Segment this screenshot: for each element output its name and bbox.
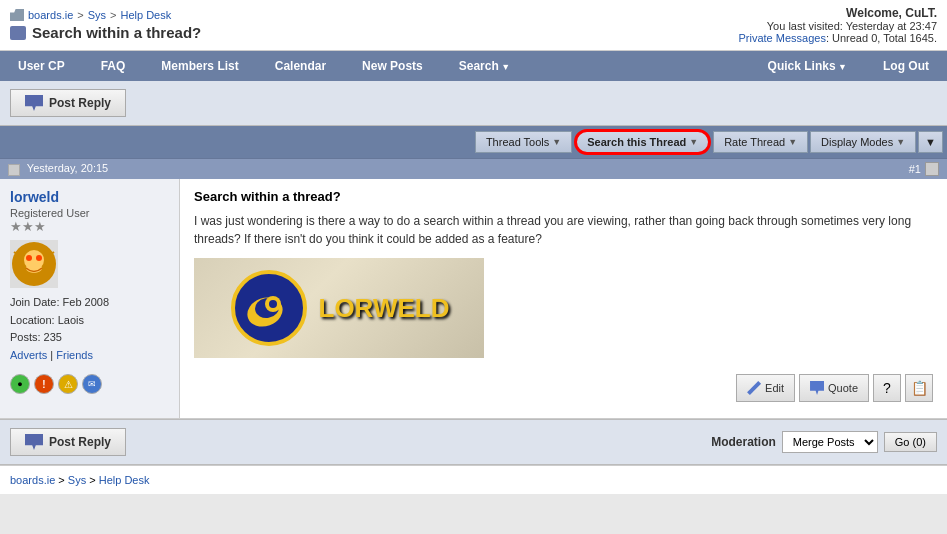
post-subject: Search within a thread?	[194, 189, 933, 204]
nav-user-cp[interactable]: User CP	[0, 51, 83, 81]
user-title: Registered User	[10, 207, 169, 219]
nav-calendar[interactable]: Calendar	[257, 51, 344, 81]
links-sep: |	[50, 349, 53, 361]
rate-thread-label: Rate Thread	[724, 136, 785, 148]
welcome-block: Welcome, CuLT. You last visited: Yesterd…	[738, 6, 937, 44]
online-icon[interactable]: ●	[10, 374, 30, 394]
footer-sys[interactable]: Sys	[68, 474, 86, 486]
post-reply-button-top[interactable]: Post Reply	[10, 89, 126, 117]
thread-toolbar: Thread Tools Search this Thread Rate Thr…	[0, 126, 947, 158]
join-date: Join Date: Feb 2008	[10, 294, 169, 312]
nav-new-posts[interactable]: New Posts	[344, 51, 441, 81]
thread-tools-button[interactable]: Thread Tools	[475, 131, 572, 153]
post-link-icon[interactable]	[925, 162, 939, 176]
user-info: Join Date: Feb 2008 Location: Laois Post…	[10, 294, 169, 364]
post-date: Yesterday, 20:15	[8, 162, 108, 175]
svg-point-13	[269, 300, 277, 308]
user-panel: lorweld Registered User ★★★ Join Date: F…	[0, 179, 180, 418]
moderation-label: Moderation	[711, 435, 776, 449]
breadcrumb-sys[interactable]: Sys	[88, 9, 106, 21]
username-link[interactable]: lorweld	[10, 189, 169, 205]
nav-search[interactable]: Search	[441, 51, 528, 81]
lorweld-logo: LORWELD	[194, 258, 484, 358]
expand-button[interactable]: ▼	[918, 131, 943, 153]
quote-icon	[810, 381, 824, 395]
avatar-image	[10, 240, 58, 288]
post-number: #1	[909, 162, 939, 176]
calendar-icon	[8, 164, 20, 176]
bottom-bar: Post Reply Moderation Merge Posts Go (0)	[0, 419, 947, 465]
breadcrumb: boards.ie > Sys > Help Desk Search withi…	[10, 9, 201, 41]
private-messages-link[interactable]: Private Messages	[738, 32, 825, 44]
nav-bar: User CP FAQ Members List Calendar New Po…	[0, 51, 947, 81]
display-modes-button[interactable]: Display Modes	[810, 131, 916, 153]
action-extra-2[interactable]: 📋	[905, 374, 933, 402]
pm-count: : Unread 0, Total 1645.	[826, 32, 937, 44]
post-date-bar: Yesterday, 20:15 #1	[0, 158, 947, 179]
footer-site[interactable]: boards.ie	[10, 474, 55, 486]
footer-sep2: >	[89, 474, 95, 486]
folder-icon	[10, 9, 24, 21]
pm-info: Private Messages: Unread 0, Total 1645.	[738, 32, 937, 44]
top-header: boards.ie > Sys > Help Desk Search withi…	[0, 0, 947, 51]
page-title-icon	[10, 26, 26, 40]
user-links: Adverts | Friends	[10, 347, 169, 365]
post-reply-label-bottom: Post Reply	[49, 435, 111, 449]
nav-log-out[interactable]: Log Out	[865, 51, 947, 81]
warn-icon[interactable]: ⚠	[58, 374, 78, 394]
svg-point-3	[36, 255, 42, 261]
breadcrumb-helpdesk[interactable]: Help Desk	[120, 9, 171, 21]
location: Location: Laois	[10, 312, 169, 330]
moderation-area: Moderation Merge Posts Go (0)	[711, 431, 937, 453]
quote-button[interactable]: Quote	[799, 374, 869, 402]
post-image: LORWELD	[194, 258, 484, 358]
user-stars: ★★★	[10, 219, 169, 234]
last-visited: You last visited: Yesterday at 23:47	[738, 20, 937, 32]
thread-tools-label: Thread Tools	[486, 136, 549, 148]
breadcrumb-top: boards.ie > Sys > Help Desk	[10, 9, 201, 21]
lorweld-logo-svg	[229, 268, 309, 348]
post-text: I was just wondering is there a way to d…	[194, 212, 933, 248]
footer-sep1: >	[58, 474, 64, 486]
pm-icon[interactable]: ✉	[82, 374, 102, 394]
post-reply-button-bottom[interactable]: Post Reply	[10, 428, 126, 456]
nav-members-list[interactable]: Members List	[143, 51, 256, 81]
adverts-link[interactable]: Adverts	[10, 349, 47, 361]
user-icons: ● ! ⚠ ✉	[10, 374, 169, 394]
post-reply-label: Post Reply	[49, 96, 111, 110]
breadcrumb-sep1: >	[77, 9, 83, 21]
edit-label: Edit	[765, 382, 784, 394]
moderation-go-button[interactable]: Go (0)	[884, 432, 937, 452]
footer-helpdesk[interactable]: Help Desk	[99, 474, 150, 486]
logo-text: LORWELD	[319, 293, 450, 324]
post-area: lorweld Registered User ★★★ Join Date: F…	[0, 179, 947, 419]
nav-quick-links[interactable]: Quick Links	[750, 51, 865, 81]
moderation-select[interactable]: Merge Posts	[782, 431, 878, 453]
footer-breadcrumb: boards.ie > Sys > Help Desk	[0, 465, 947, 494]
post-reply-icon-bottom	[25, 434, 43, 450]
page-title: Search within a thread?	[10, 24, 201, 41]
search-this-thread-label: Search this Thread	[587, 136, 686, 148]
post-reply-bar-top: Post Reply	[0, 81, 947, 126]
user-avatar	[10, 240, 58, 288]
breadcrumb-site[interactable]: boards.ie	[28, 9, 73, 21]
edit-icon	[747, 381, 761, 395]
post-actions: Edit Quote ? 📋	[194, 368, 933, 408]
svg-point-2	[26, 255, 32, 261]
rate-thread-button[interactable]: Rate Thread	[713, 131, 808, 153]
nav-faq[interactable]: FAQ	[83, 51, 144, 81]
edit-button[interactable]: Edit	[736, 374, 795, 402]
search-this-thread-button[interactable]: Search this Thread	[574, 129, 711, 155]
post-reply-icon	[25, 95, 43, 111]
display-modes-label: Display Modes	[821, 136, 893, 148]
friends-link[interactable]: Friends	[56, 349, 93, 361]
posts-count: Posts: 235	[10, 329, 169, 347]
report-icon[interactable]: !	[34, 374, 54, 394]
welcome-name: Welcome, CuLT.	[738, 6, 937, 20]
quote-label: Quote	[828, 382, 858, 394]
action-extra-1[interactable]: ?	[873, 374, 901, 402]
breadcrumb-sep2: >	[110, 9, 116, 21]
post-content: Search within a thread? I was just wonde…	[180, 179, 947, 418]
